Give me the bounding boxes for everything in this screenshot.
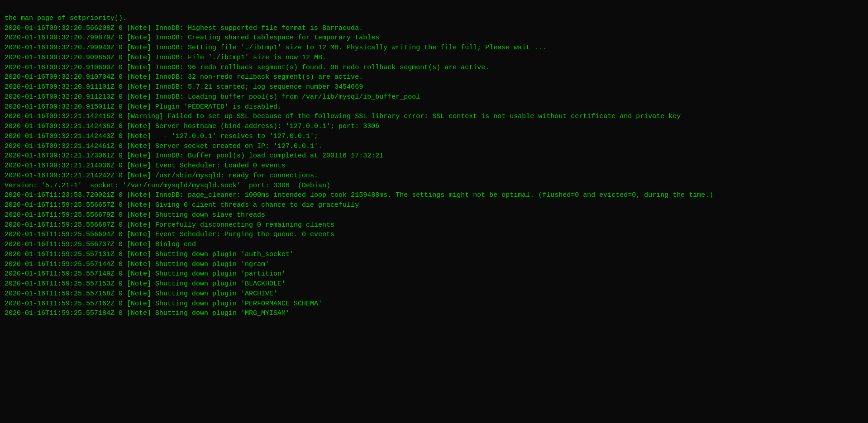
log-line: 2020-01-16T09:32:20.799879Z 0 [Note] Inn… bbox=[5, 33, 863, 43]
log-line: the man page of setpriority(). bbox=[5, 14, 863, 24]
log-line: 2020-01-16T09:32:21.142443Z 0 [Note] - '… bbox=[5, 132, 863, 142]
log-line: 2020-01-16T09:32:21.142436Z 0 [Note] Ser… bbox=[5, 122, 863, 132]
log-line: 2020-01-16T11:59:25.557149Z 0 [Note] Shu… bbox=[5, 269, 863, 279]
log-line: 2020-01-16T09:32:20.910690Z 0 [Note] Inn… bbox=[5, 63, 863, 73]
log-line: 2020-01-16T09:32:21.142415Z 0 [Warning] … bbox=[5, 112, 863, 122]
log-line: 2020-01-16T09:32:21.214036Z 0 [Note] Eve… bbox=[5, 161, 863, 171]
log-line: 2020-01-16T11:59:25.557184Z 0 [Note] Shu… bbox=[5, 309, 863, 318]
log-line: 2020-01-16T11:23:53.720021Z 0 [Note] Inn… bbox=[5, 190, 863, 200]
log-line: 2020-01-16T11:59:25.557131Z 0 [Note] Shu… bbox=[5, 250, 863, 260]
terminal-output: the man page of setpriority().2020-01-16… bbox=[5, 4, 863, 318]
log-line: 2020-01-16T09:32:20.910704Z 0 [Note] Inn… bbox=[5, 72, 863, 82]
log-line: 2020-01-16T11:59:25.557162Z 0 [Note] Shu… bbox=[5, 299, 863, 309]
log-line: 2020-01-16T09:32:20.799940Z 0 [Note] Inn… bbox=[5, 43, 863, 53]
log-line: 2020-01-16T09:32:20.911101Z 0 [Note] Inn… bbox=[5, 82, 863, 92]
log-line: 2020-01-16T11:59:25.556737Z 0 [Note] Bin… bbox=[5, 240, 863, 250]
log-line: 2020-01-16T09:32:21.173061Z 0 [Note] Inn… bbox=[5, 151, 863, 161]
log-line: 2020-01-16T11:59:25.557158Z 0 [Note] Shu… bbox=[5, 289, 863, 299]
log-line: 2020-01-16T11:59:25.556657Z 0 [Note] Giv… bbox=[5, 200, 863, 210]
log-line: 2020-01-16T09:32:21.214242Z 0 [Note] /us… bbox=[5, 171, 863, 181]
log-line: 2020-01-16T09:32:20.911213Z 0 [Note] Inn… bbox=[5, 92, 863, 102]
log-line: 2020-01-16T09:32:20.909850Z 0 [Note] Inn… bbox=[5, 53, 863, 63]
log-line: 2020-01-16T09:32:20.915011Z 0 [Note] Plu… bbox=[5, 102, 863, 112]
log-line: 2020-01-16T11:59:25.557144Z 0 [Note] Shu… bbox=[5, 260, 863, 270]
log-line: 2020-01-16T11:59:25.556687Z 0 [Note] For… bbox=[5, 220, 863, 230]
log-line: 2020-01-16T11:59:25.556694Z 0 [Note] Eve… bbox=[5, 230, 863, 240]
log-line: 2020-01-16T09:32:21.142461Z 0 [Note] Ser… bbox=[5, 142, 863, 152]
log-line: 2020-01-16T11:59:25.556679Z 0 [Note] Shu… bbox=[5, 210, 863, 220]
log-line: Version: '5.7.21-1' socket: '/var/run/my… bbox=[5, 181, 863, 191]
log-line: 2020-01-16T09:32:20.566208Z 0 [Note] Inn… bbox=[5, 24, 863, 33]
log-line: 2020-01-16T11:59:25.557153Z 0 [Note] Shu… bbox=[5, 279, 863, 289]
